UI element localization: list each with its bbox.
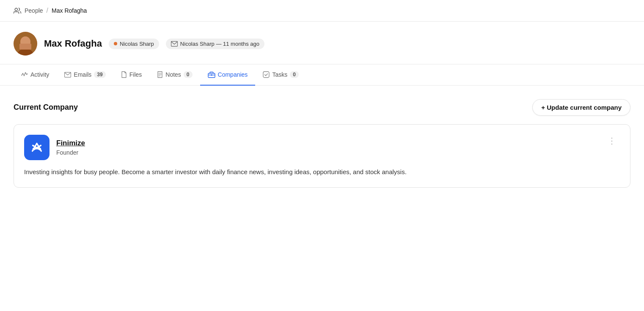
main-content: Current Company + Update current company — [0, 86, 644, 201]
company-name[interactable]: Finimize — [56, 139, 85, 147]
person-header: Max Rofagha Nicolas Sharp Nicolas Sharp … — [0, 22, 644, 64]
tab-activity-label: Activity — [30, 71, 49, 78]
files-icon — [121, 71, 127, 78]
email-icon — [171, 41, 178, 47]
company-card: Finimize Founder ⋮ Investing insights fo… — [14, 124, 630, 188]
tasks-icon — [263, 71, 270, 78]
svg-rect-9 — [211, 75, 212, 76]
tab-activity[interactable]: Activity — [14, 64, 57, 86]
people-icon — [14, 7, 21, 14]
email-badge-text: Nicolas Sharp — 11 months ago — [180, 41, 259, 47]
tab-notes[interactable]: Notes 0 — [149, 64, 200, 86]
person-name: Max Rofagha — [44, 38, 102, 49]
breadcrumb-separator: / — [47, 7, 48, 14]
company-info: Finimize Founder — [24, 135, 85, 160]
tab-tasks-label: Tasks — [272, 71, 287, 78]
tasks-count: 0 — [290, 71, 299, 78]
notes-icon — [157, 71, 163, 78]
company-name-role: Finimize Founder — [56, 139, 85, 156]
svg-point-0 — [15, 8, 17, 11]
owner-badge[interactable]: Nicolas Sharp — [109, 39, 159, 49]
activity-icon — [21, 72, 28, 78]
tab-companies-label: Companies — [218, 71, 248, 78]
svg-rect-5 — [19, 44, 31, 50]
breadcrumb-people[interactable]: People — [25, 7, 43, 14]
tabs-nav: Activity Emails 39 Files Notes — [0, 64, 644, 86]
breadcrumb-current-page: Max Rofagha — [52, 7, 87, 14]
breadcrumb: People / Max Rofagha — [0, 0, 644, 22]
owner-name: Nicolas Sharp — [120, 41, 154, 47]
section-title: Current Company — [14, 103, 78, 112]
avatar — [14, 32, 37, 56]
company-logo — [24, 135, 50, 160]
section-header: Current Company + Update current company — [14, 99, 630, 116]
tab-companies[interactable]: Companies — [200, 64, 256, 86]
companies-icon — [208, 71, 215, 78]
notes-count: 0 — [184, 71, 193, 78]
tab-emails-label: Emails — [74, 71, 91, 78]
more-options-button[interactable]: ⋮ — [604, 135, 620, 147]
emails-icon — [64, 72, 71, 78]
emails-count: 39 — [94, 71, 105, 78]
company-card-header: Finimize Founder ⋮ — [24, 135, 620, 160]
tab-emails[interactable]: Emails 39 — [57, 64, 113, 86]
tab-tasks[interactable]: Tasks 0 — [255, 64, 306, 86]
svg-rect-10 — [263, 72, 269, 78]
tab-notes-label: Notes — [165, 71, 181, 78]
tab-files[interactable]: Files — [113, 64, 150, 86]
email-badge[interactable]: Nicolas Sharp — 11 months ago — [166, 39, 264, 49]
company-description: Investing insights for busy people. Beco… — [24, 167, 620, 177]
owner-dot — [114, 42, 117, 45]
tab-files-label: Files — [129, 71, 142, 78]
update-current-company-button[interactable]: + Update current company — [532, 99, 630, 116]
company-role: Founder — [56, 149, 85, 156]
